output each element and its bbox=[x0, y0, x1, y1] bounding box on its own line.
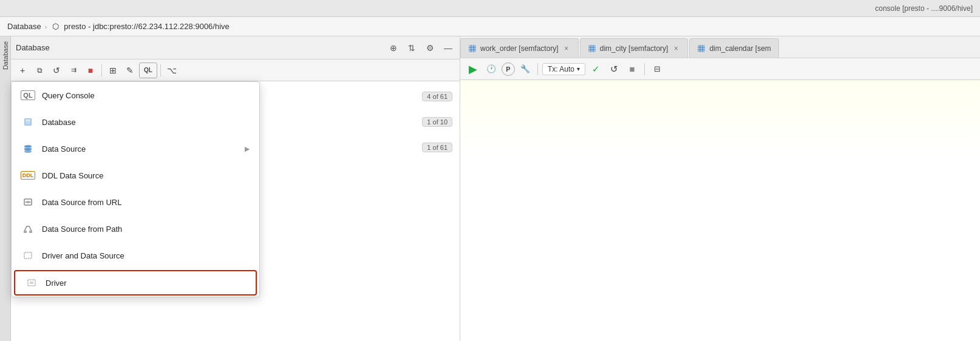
title-text: console [presto - ....9006/hive] bbox=[875, 4, 973, 13]
svg-rect-17 bbox=[26, 123, 30, 124]
driver-ds-icon bbox=[21, 249, 35, 262]
add-connection-icon[interactable]: ⊕ bbox=[387, 41, 400, 55]
svg-rect-26 bbox=[29, 231, 32, 233]
history-button[interactable]: 🕐 bbox=[483, 61, 499, 77]
tab-close-icon[interactable]: × bbox=[562, 44, 571, 53]
menu-item-data-source-url[interactable]: Data Source from URL bbox=[12, 189, 259, 215]
main-layout: Database Database ⊕ ⇅ ⚙ — + ⧉ ↺ ⇉ ■ ⊞ ✎ … bbox=[0, 36, 980, 341]
tx-label: Tx: Auto bbox=[548, 65, 574, 73]
driver-icon bbox=[25, 276, 38, 289]
database-panel: Database ⊕ ⇅ ⚙ — + ⧉ ↺ ⇉ ■ ⊞ ✎ QL ⌥ bbox=[11, 36, 460, 341]
title-bar: console [presto - ....9006/hive] bbox=[0, 0, 980, 17]
menu-item-ddl-data-source[interactable]: DDL DDL Data Source bbox=[12, 162, 259, 189]
menu-item-driver-data-source[interactable]: Driver and Data Source bbox=[12, 242, 259, 269]
table-icon bbox=[697, 44, 706, 53]
tab-dim-calendar[interactable]: dim_calendar [sem bbox=[689, 38, 778, 58]
add-button[interactable]: + bbox=[15, 62, 30, 78]
undo-button[interactable]: ↺ bbox=[606, 61, 622, 77]
console-button[interactable]: QL bbox=[139, 62, 157, 78]
menu-item-query-console[interactable]: QL Query Console bbox=[12, 82, 259, 109]
db-header-icons: ⊕ ⇅ ⚙ — bbox=[387, 41, 455, 55]
menu-item-data-source[interactable]: Data Source ▶ bbox=[12, 135, 259, 162]
menu-item-label: Data Source bbox=[42, 144, 237, 154]
menu-item-driver[interactable]: Driver bbox=[14, 270, 257, 295]
minus-icon[interactable]: — bbox=[441, 41, 455, 55]
toolbar-separator-2 bbox=[160, 64, 161, 76]
refresh-button[interactable]: ↺ bbox=[49, 62, 64, 78]
svg-rect-16 bbox=[26, 121, 30, 123]
vertical-tab-strip: Database bbox=[0, 36, 11, 341]
svg-rect-29 bbox=[30, 282, 33, 284]
data-source-icon bbox=[21, 142, 35, 155]
menu-item-data-source-path[interactable]: Data Source from Path bbox=[12, 215, 259, 242]
menu-item-label: Data Source from URL bbox=[42, 198, 250, 207]
menu-item-label: Query Console bbox=[42, 91, 250, 100]
p-button[interactable]: P bbox=[502, 62, 515, 76]
menu-item-label: Data Source from Path bbox=[42, 225, 250, 234]
db-panel-header: Database ⊕ ⇅ ⚙ — bbox=[11, 36, 460, 59]
settings-icon[interactable]: ⚙ bbox=[423, 41, 437, 55]
wrench-button[interactable]: 🔧 bbox=[517, 61, 533, 77]
path-icon bbox=[21, 222, 35, 235]
menu-item-label: DDL Data Source bbox=[42, 171, 250, 180]
breadcrumb-connection[interactable]: presto - jdbc:presto://62.234.112.228:90… bbox=[64, 22, 229, 31]
right-toolbar: ▶ 🕐 P 🔧 Tx: Auto ▾ ✓ ↺ ■ ⊟ bbox=[460, 58, 980, 80]
svg-rect-15 bbox=[26, 120, 30, 121]
tab-label: work_order [semfactory] bbox=[480, 44, 559, 53]
rt-separator-1 bbox=[537, 63, 538, 75]
chevron-down-icon: ▾ bbox=[577, 66, 580, 72]
table-button[interactable]: ⊞ bbox=[105, 62, 121, 78]
check-button[interactable]: ✓ bbox=[588, 61, 604, 77]
database-menu-icon bbox=[21, 115, 35, 129]
url-icon bbox=[21, 195, 35, 209]
copy-button[interactable]: ⧉ bbox=[32, 62, 47, 78]
connection-icon: ⬡ bbox=[50, 22, 60, 32]
stop-button[interactable]: ■ bbox=[83, 62, 98, 78]
menu-item-database[interactable]: Database bbox=[12, 109, 259, 135]
tab-bar: work_order [semfactory] × dim_city [semf… bbox=[460, 36, 980, 58]
run-button[interactable]: ▶ bbox=[465, 61, 481, 77]
svg-rect-30 bbox=[469, 45, 476, 52]
table-icon bbox=[468, 44, 477, 53]
schema-sync-button[interactable]: ⇉ bbox=[66, 62, 81, 78]
tab-work-order[interactable]: work_order [semfactory] × bbox=[460, 38, 579, 58]
breadcrumb: Database › ⬡ presto - jdbc:presto://62.2… bbox=[0, 17, 980, 36]
tab-label: dim_calendar [sem bbox=[709, 44, 771, 53]
layout-button[interactable]: ⊟ bbox=[649, 61, 665, 77]
filter-button[interactable]: ⌥ bbox=[164, 62, 180, 78]
db-item-badge-3: 1 of 61 bbox=[422, 143, 452, 152]
breadcrumb-sep: › bbox=[45, 23, 47, 30]
edit-button[interactable]: ✎ bbox=[122, 62, 138, 78]
query-console-icon: QL bbox=[21, 89, 35, 102]
menu-item-label: Database bbox=[42, 118, 250, 127]
db-toolbar: + ⧉ ↺ ⇉ ■ ⊞ ✎ QL ⌥ bbox=[11, 59, 460, 81]
rt-separator-2 bbox=[644, 63, 645, 75]
svg-rect-27 bbox=[24, 252, 32, 258]
breadcrumb-root[interactable]: Database bbox=[7, 22, 41, 31]
toolbar-separator-1 bbox=[101, 64, 102, 76]
db-item-badge-2: 1 of 10 bbox=[422, 117, 452, 127]
tab-dim-city[interactable]: dim_city [semfactory] × bbox=[580, 38, 689, 58]
svg-rect-40 bbox=[698, 45, 705, 52]
submenu-arrow: ▶ bbox=[245, 145, 250, 153]
dropdown-menu: QL Query Console Database bbox=[11, 81, 260, 297]
vertical-label: Database bbox=[1, 39, 10, 72]
tab-close-icon[interactable]: × bbox=[672, 44, 680, 53]
tab-label: dim_city [semfactory] bbox=[600, 44, 669, 53]
menu-item-label: Driver and Data Source bbox=[42, 251, 250, 260]
svg-rect-25 bbox=[24, 231, 27, 233]
db-panel-title: Database bbox=[16, 43, 50, 52]
filter-sort-icon[interactable]: ⇅ bbox=[405, 41, 418, 55]
svg-rect-22 bbox=[24, 149, 32, 152]
svg-rect-35 bbox=[588, 45, 596, 52]
table-icon bbox=[588, 44, 596, 53]
tx-dropdown[interactable]: Tx: Auto ▾ bbox=[542, 63, 585, 75]
menu-item-driver-label: Driver bbox=[46, 279, 246, 288]
stop-button[interactable]: ■ bbox=[624, 61, 640, 77]
right-panel: work_order [semfactory] × dim_city [semf… bbox=[460, 36, 980, 341]
ddl-icon: DDL bbox=[21, 169, 35, 182]
db-item-badge-1: 4 of 61 bbox=[422, 92, 452, 101]
content-area bbox=[460, 80, 980, 341]
